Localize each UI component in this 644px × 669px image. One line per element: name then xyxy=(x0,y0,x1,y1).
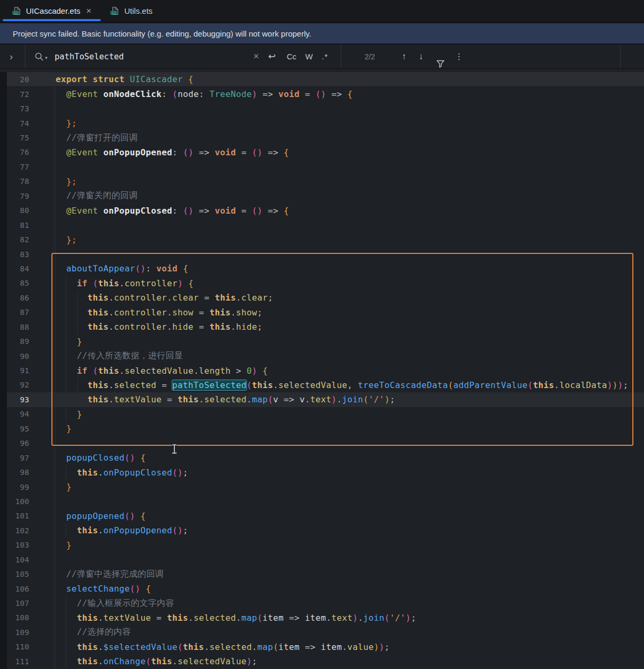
separator xyxy=(341,45,341,68)
tab-bar: ETSUICascader.ets×ETSUtils.ets xyxy=(0,0,644,21)
code-text: } xyxy=(29,482,72,492)
code-line[interactable]: 103 } xyxy=(0,538,644,552)
code-line[interactable]: 110 this.$selectedValue(this.selected.ma… xyxy=(0,640,644,654)
code-text: } xyxy=(29,540,72,550)
svg-text:ETS: ETS xyxy=(111,11,117,14)
tab-uicascader-ets[interactable]: ETSUICascader.ets× xyxy=(3,0,101,21)
ets-file-icon: ETS xyxy=(12,6,21,15)
code-line[interactable]: 76 @Event onPopupOpened: () => void = ()… xyxy=(0,145,644,160)
code-text: this.onChange(this.selectedValue); xyxy=(29,656,257,666)
previous-match-button[interactable]: ↑ xyxy=(402,45,407,68)
search-bar: › ▾ pathToSelected × ↩ Cc W .* 2/2 ↑ ↓ ⋮ xyxy=(0,45,644,69)
code-line[interactable]: 98 this.onPopupClosed(); xyxy=(0,465,644,479)
match-case-toggle[interactable]: Cc xyxy=(287,45,296,68)
code-line[interactable]: 104 xyxy=(0,552,644,567)
search-options-caret-icon[interactable]: ▾ xyxy=(45,55,48,60)
code-text: }; xyxy=(29,235,77,245)
code-text: }; xyxy=(29,118,77,128)
code-line[interactable]: 74 }; xyxy=(0,116,644,130)
code-line[interactable]: 73 xyxy=(0,101,644,116)
code-text: this.$selectedValue(this.selected.map(it… xyxy=(29,642,390,652)
sticky-header-line: 20export struct UICascader { xyxy=(0,72,644,87)
code-text: @Event onPopupOpened: () => void = () =>… xyxy=(29,147,289,157)
ets-file-icon: ETS xyxy=(110,6,119,15)
code-line[interactable]: 80 @Event onPopupClosed: () => void = ()… xyxy=(0,204,644,218)
svg-text:ETS: ETS xyxy=(13,11,19,14)
separator xyxy=(25,45,25,68)
sync-warning-text: Project sync failed. Basic functionality… xyxy=(13,29,311,38)
tab-label: UICascader.ets xyxy=(26,6,81,15)
code-line[interactable]: 75 //弹窗打开的回调 xyxy=(0,130,644,145)
match-counter: 2/2 xyxy=(365,45,375,68)
code-line[interactable]: 100 xyxy=(0,494,644,508)
code-line[interactable]: 81 xyxy=(0,218,644,232)
code-text: @Event onNodeClick: (node: TreeNode) => … xyxy=(29,89,352,99)
code-text: popupOpened() { xyxy=(29,511,146,521)
annotation-box xyxy=(51,253,633,446)
more-options-button[interactable]: ⋮ xyxy=(455,45,463,68)
code-line[interactable]: 82 }; xyxy=(0,232,644,247)
code-line[interactable]: 99 } xyxy=(0,480,644,494)
code-text: //弹窗关闭的回调 xyxy=(29,190,138,201)
whole-words-toggle[interactable]: W xyxy=(305,45,313,68)
code-line[interactable]: 111 this.onChange(this.selectedValue); xyxy=(0,654,644,668)
tab-utils-ets[interactable]: ETSUtils.ets xyxy=(101,0,162,21)
code-text: //弹窗打开的回调 xyxy=(29,133,138,144)
code-line[interactable]: 20export struct UICascader { xyxy=(0,72,644,86)
code-line[interactable]: 79 //弹窗关闭的回调 xyxy=(0,189,644,203)
code-text: }; xyxy=(29,177,77,187)
code-text: //输入框展示的文字内容 xyxy=(29,598,174,609)
code-line[interactable]: 97 popupClosed() { xyxy=(0,451,644,465)
insert-newline-button[interactable]: ↩ xyxy=(268,45,276,68)
editor-left-strip xyxy=(0,72,7,669)
code-line[interactable]: 72 @Event onNodeClick: (node: TreeNode) … xyxy=(0,87,644,101)
search-expand-chevron-icon[interactable]: › xyxy=(10,45,13,68)
code-text: this.onPopupOpened(); xyxy=(29,525,188,535)
code-line[interactable]: 102 this.onPopupOpened(); xyxy=(0,523,644,538)
clear-search-button[interactable]: × xyxy=(253,45,259,68)
code-line[interactable]: 108 this.textValue = this.selected.map(i… xyxy=(0,611,644,625)
regex-toggle[interactable]: .* xyxy=(322,45,328,68)
code-line[interactable]: 77 xyxy=(0,160,644,174)
next-match-button[interactable]: ↓ xyxy=(419,45,424,68)
ide-window: ETSUICascader.ets×ETSUtils.ets Project s… xyxy=(0,0,644,669)
code-text: @Event onPopupClosed: () => void = () =>… xyxy=(29,206,289,216)
code-editor[interactable]: 20export struct UICascader { 72 @Event o… xyxy=(0,72,644,669)
code-line[interactable]: 106 selectChange() { xyxy=(0,582,644,596)
sync-warning-banner: Project sync failed. Basic functionality… xyxy=(0,23,644,43)
code-line[interactable]: 78 }; xyxy=(0,174,644,189)
code-text: this.textValue = this.selected.map(item … xyxy=(29,613,416,623)
code-text: //选择的内容 xyxy=(29,627,131,638)
code-text: popupClosed() { xyxy=(29,453,146,463)
search-input[interactable]: pathToSelected xyxy=(55,45,124,68)
code-line[interactable]: 105 //弹窗中选择完成的回调 xyxy=(0,567,644,581)
tab-close-icon[interactable]: × xyxy=(86,6,92,15)
code-line[interactable]: 109 //选择的内容 xyxy=(0,625,644,639)
code-text: this.onPopupClosed(); xyxy=(29,468,188,478)
code-text: selectChange() { xyxy=(29,584,151,594)
mouse-cursor xyxy=(171,444,178,454)
code-text: export struct UICascader { xyxy=(29,74,193,84)
code-text: //弹窗中选择完成的回调 xyxy=(29,569,164,580)
separator xyxy=(620,45,621,68)
code-line[interactable]: 101 popupOpened() { xyxy=(0,509,644,523)
tab-label: Utils.ets xyxy=(124,6,152,15)
search-icon[interactable] xyxy=(34,52,44,61)
code-line[interactable]: 107 //输入框展示的文字内容 xyxy=(0,596,644,610)
